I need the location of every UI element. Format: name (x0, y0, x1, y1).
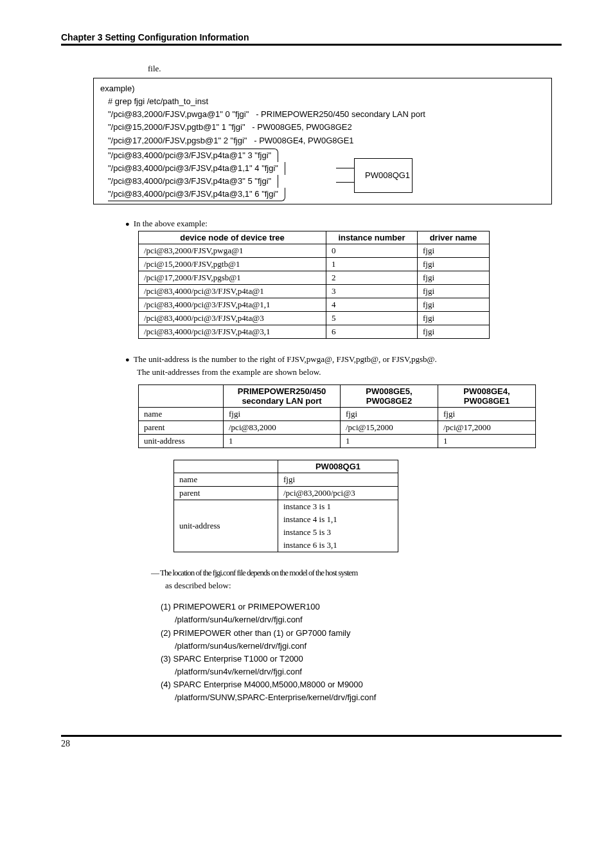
bracket-label: PW008QG1 (365, 169, 410, 182)
feature-table-2: PW008QG1 namefjgi parent/pci@83,2000/pci… (173, 460, 398, 552)
cell: 1 (224, 435, 341, 448)
cell: parent (139, 421, 224, 435)
cell: /pci@83,2000/pci@3 (278, 487, 398, 500)
conf-item: (2) PRIMEPOWER other than (1) or GP7000 … (161, 627, 562, 640)
col-header-blank (139, 385, 224, 408)
cell: fjgi (278, 473, 398, 487)
cell: 6 (326, 325, 418, 339)
cell: 5 (326, 312, 418, 325)
cell: /pci@15,2000/FJSV,pgtb@1 (139, 258, 326, 271)
conf-list: (1) PRIMEPOWER1 or PRIMEPOWER100 /platfo… (161, 601, 562, 704)
cell: instance 5 is 3 (278, 526, 398, 539)
conf-item: (4) SPARC Enterprise M4000,M5000,M8000 o… (161, 678, 562, 691)
cell: instance 6 is 3,1 (278, 539, 398, 552)
cell: fjgi (438, 408, 536, 421)
page-number: 28 (61, 739, 70, 748)
cell: fjgi (418, 285, 490, 298)
cell: /pci@83,4000/pci@3/FJSV,p4ta@3,1 (139, 325, 326, 339)
path-row: "/pci@17,2000/FJSV,pgsb@1" 2 "fjgi" - PW… (108, 134, 545, 147)
cell: /pci@83,4000/pci@3/FJSV,p4ta@3 (139, 312, 326, 325)
chapter-title: Chapter 3 Setting Configuration Informat… (61, 32, 562, 42)
file-caption: file. (148, 64, 562, 74)
conf-path: /platform/sun4u/kernel/drv/fjgi.conf (175, 613, 562, 626)
path-row: "/pci@15,2000/FJSV,pgtb@1" 1 "fjgi" - PW… (108, 121, 545, 134)
cell: 4 (326, 298, 418, 312)
location-note: ― The location of the fjgi.conf file dep… (151, 566, 523, 592)
cell: instance 4 is 1,1 (278, 513, 398, 526)
conf-path: /platform/sun4v/kernel/drv/fjgi.conf (175, 665, 562, 678)
col-header: driver name (418, 231, 490, 244)
col-header: PW008GE4, PW0G8GE1 (438, 385, 536, 408)
cell: parent (174, 487, 278, 500)
col-header-blank (174, 460, 278, 473)
col-header: PW008QG1 (278, 460, 398, 473)
grep-command: # grep fjgi /etc/path_to_inst (108, 95, 545, 108)
cell: unit-address (174, 500, 278, 552)
connector-line (336, 168, 354, 168)
header-rule (61, 44, 562, 46)
conf-item: (3) SPARC Enterprise T1000 or T2000 (161, 653, 562, 665)
feature-table-1: PRIMEPOWER250/450 secondary LAN port PW0… (138, 384, 536, 448)
cell: 0 (326, 244, 418, 258)
cell: /pci@15,2000 (341, 421, 438, 435)
bracket-row: "/pci@83,4000/pci@3/FJSV,p4ta@1,1" 4 "fj… (108, 163, 278, 173)
col-header: device node of device tree (139, 231, 326, 244)
cell: name (174, 473, 278, 487)
bracket-row: "/pci@83,4000/pci@3/FJSV,p4ta@1" 3 "fjgi… (108, 150, 271, 160)
cell: 3 (326, 285, 418, 298)
example-box: example) # grep fjgi /etc/path_to_inst "… (93, 78, 552, 204)
bracket-row: "/pci@83,4000/pci@3/FJSV,p4ta@3" 5 "fjgi… (108, 176, 271, 186)
cell: fjgi (224, 408, 341, 421)
col-header: PRIMEPOWER250/450 secondary LAN port (224, 385, 341, 408)
cell: fjgi (418, 325, 490, 339)
unit-address-paragraph: ●The unit-address is the number to the r… (125, 353, 542, 378)
device-tree-table: device node of device tree instance numb… (138, 231, 490, 339)
cell: /pci@83,2000 (224, 421, 341, 435)
bracket-row: "/pci@83,4000/pci@3/FJSV,p4ta@3,1" 6 "fj… (108, 189, 278, 199)
cell: 1 (326, 258, 418, 271)
col-header: PW008GE5, PW0G8GE2 (341, 385, 438, 408)
cell: /pci@17,2000 (438, 421, 536, 435)
cell: /pci@83,2000/FJSV,pwga@1 (139, 244, 326, 258)
cell: instance 3 is 1 (278, 500, 398, 514)
page-footer: 28 (61, 735, 562, 749)
cell: /pci@17,2000/FJSV,pgsb@1 (139, 271, 326, 285)
col-header: instance number (326, 231, 418, 244)
cell: unit-address (139, 435, 224, 448)
connector-line (336, 182, 354, 183)
cell: fjgi (418, 258, 490, 271)
cell: fjgi (418, 298, 490, 312)
cell: fjgi (418, 271, 490, 285)
conf-item: (1) PRIMEPOWER1 or PRIMEPOWER100 (161, 601, 562, 613)
conf-path: /platform/sun4us/kernel/drv/fjgi.conf (175, 640, 562, 653)
cell: name (139, 408, 224, 421)
cell: 1 (341, 435, 438, 448)
conf-path: /platform/SUNW,SPARC-Enterprise/kernel/d… (175, 691, 562, 704)
cell: /pci@83,4000/pci@3/FJSV,p4ta@1 (139, 285, 326, 298)
above-example-label: ●In the above example: (125, 219, 562, 229)
cell: fjgi (418, 312, 490, 325)
example-title: example) (100, 82, 545, 95)
cell: fjgi (418, 244, 490, 258)
cell: 1 (438, 435, 536, 448)
cell: fjgi (341, 408, 438, 421)
cell: /pci@83,4000/pci@3/FJSV,p4ta@1,1 (139, 298, 326, 312)
path-row: "/pci@83,2000/FJSV,pwga@1" 0 "fjgi" - PR… (108, 108, 545, 121)
cell: 2 (326, 271, 418, 285)
